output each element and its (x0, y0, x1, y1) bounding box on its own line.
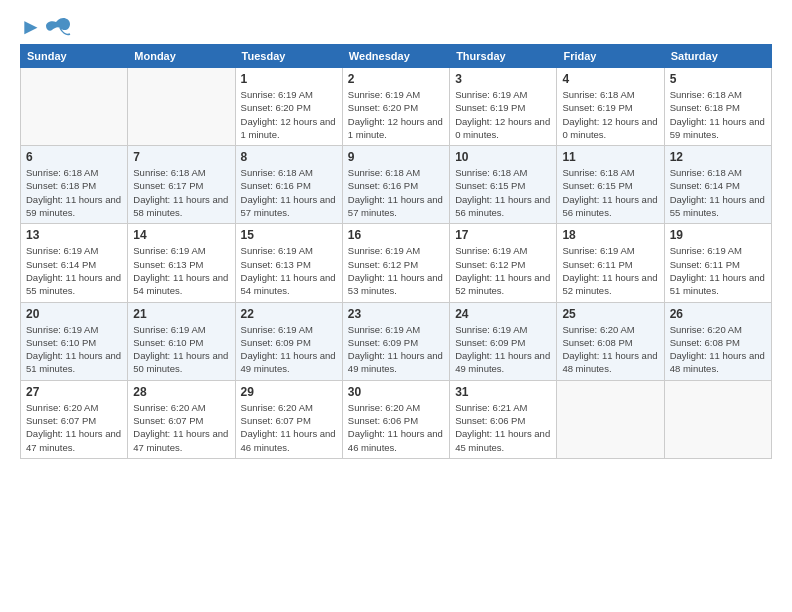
day-cell: 15Sunrise: 6:19 AMSunset: 6:13 PMDayligh… (235, 224, 342, 302)
day-number: 2 (348, 72, 444, 86)
day-number: 7 (133, 150, 229, 164)
day-info: Sunrise: 6:21 AMSunset: 6:06 PMDaylight:… (455, 401, 551, 454)
day-number: 24 (455, 307, 551, 321)
calendar-table: SundayMondayTuesdayWednesdayThursdayFrid… (20, 44, 772, 459)
logo: ► (20, 16, 72, 34)
day-number: 11 (562, 150, 658, 164)
day-info: Sunrise: 6:18 AMSunset: 6:16 PMDaylight:… (241, 166, 337, 219)
day-cell: 9Sunrise: 6:18 AMSunset: 6:16 PMDaylight… (342, 146, 449, 224)
day-cell: 2Sunrise: 6:19 AMSunset: 6:20 PMDaylight… (342, 68, 449, 146)
day-cell: 25Sunrise: 6:20 AMSunset: 6:08 PMDayligh… (557, 302, 664, 380)
day-cell: 12Sunrise: 6:18 AMSunset: 6:14 PMDayligh… (664, 146, 771, 224)
day-info: Sunrise: 6:18 AMSunset: 6:18 PMDaylight:… (26, 166, 122, 219)
calendar-page: ► SundayMondayTuesdayWednesdayThursdayFr… (0, 0, 792, 612)
day-cell: 1Sunrise: 6:19 AMSunset: 6:20 PMDaylight… (235, 68, 342, 146)
day-info: Sunrise: 6:20 AMSunset: 6:06 PMDaylight:… (348, 401, 444, 454)
weekday-header-row: SundayMondayTuesdayWednesdayThursdayFrid… (21, 45, 772, 68)
day-cell: 3Sunrise: 6:19 AMSunset: 6:19 PMDaylight… (450, 68, 557, 146)
day-info: Sunrise: 6:20 AMSunset: 6:07 PMDaylight:… (241, 401, 337, 454)
day-number: 21 (133, 307, 229, 321)
day-number: 3 (455, 72, 551, 86)
day-info: Sunrise: 6:19 AMSunset: 6:12 PMDaylight:… (455, 244, 551, 297)
day-info: Sunrise: 6:19 AMSunset: 6:20 PMDaylight:… (241, 88, 337, 141)
day-info: Sunrise: 6:19 AMSunset: 6:10 PMDaylight:… (133, 323, 229, 376)
day-cell: 17Sunrise: 6:19 AMSunset: 6:12 PMDayligh… (450, 224, 557, 302)
day-cell: 6Sunrise: 6:18 AMSunset: 6:18 PMDaylight… (21, 146, 128, 224)
day-info: Sunrise: 6:18 AMSunset: 6:16 PMDaylight:… (348, 166, 444, 219)
day-cell: 5Sunrise: 6:18 AMSunset: 6:18 PMDaylight… (664, 68, 771, 146)
day-info: Sunrise: 6:19 AMSunset: 6:13 PMDaylight:… (241, 244, 337, 297)
day-cell: 4Sunrise: 6:18 AMSunset: 6:19 PMDaylight… (557, 68, 664, 146)
day-number: 8 (241, 150, 337, 164)
day-info: Sunrise: 6:19 AMSunset: 6:11 PMDaylight:… (562, 244, 658, 297)
day-number: 4 (562, 72, 658, 86)
day-info: Sunrise: 6:19 AMSunset: 6:11 PMDaylight:… (670, 244, 766, 297)
weekday-header-wednesday: Wednesday (342, 45, 449, 68)
weekday-header-saturday: Saturday (664, 45, 771, 68)
week-row-4: 20Sunrise: 6:19 AMSunset: 6:10 PMDayligh… (21, 302, 772, 380)
day-info: Sunrise: 6:18 AMSunset: 6:15 PMDaylight:… (562, 166, 658, 219)
day-number: 9 (348, 150, 444, 164)
day-cell: 8Sunrise: 6:18 AMSunset: 6:16 PMDaylight… (235, 146, 342, 224)
day-info: Sunrise: 6:19 AMSunset: 6:12 PMDaylight:… (348, 244, 444, 297)
day-cell: 30Sunrise: 6:20 AMSunset: 6:06 PMDayligh… (342, 380, 449, 458)
day-cell: 26Sunrise: 6:20 AMSunset: 6:08 PMDayligh… (664, 302, 771, 380)
weekday-header-sunday: Sunday (21, 45, 128, 68)
day-number: 29 (241, 385, 337, 399)
day-number: 12 (670, 150, 766, 164)
day-info: Sunrise: 6:19 AMSunset: 6:09 PMDaylight:… (348, 323, 444, 376)
day-cell: 13Sunrise: 6:19 AMSunset: 6:14 PMDayligh… (21, 224, 128, 302)
weekday-header-thursday: Thursday (450, 45, 557, 68)
day-cell: 22Sunrise: 6:19 AMSunset: 6:09 PMDayligh… (235, 302, 342, 380)
day-cell: 29Sunrise: 6:20 AMSunset: 6:07 PMDayligh… (235, 380, 342, 458)
day-number: 15 (241, 228, 337, 242)
day-cell: 31Sunrise: 6:21 AMSunset: 6:06 PMDayligh… (450, 380, 557, 458)
day-info: Sunrise: 6:19 AMSunset: 6:09 PMDaylight:… (455, 323, 551, 376)
day-cell (128, 68, 235, 146)
day-number: 31 (455, 385, 551, 399)
day-info: Sunrise: 6:20 AMSunset: 6:07 PMDaylight:… (133, 401, 229, 454)
day-info: Sunrise: 6:18 AMSunset: 6:19 PMDaylight:… (562, 88, 658, 141)
day-info: Sunrise: 6:19 AMSunset: 6:10 PMDaylight:… (26, 323, 122, 376)
day-number: 14 (133, 228, 229, 242)
day-info: Sunrise: 6:20 AMSunset: 6:08 PMDaylight:… (562, 323, 658, 376)
day-number: 28 (133, 385, 229, 399)
day-cell: 11Sunrise: 6:18 AMSunset: 6:15 PMDayligh… (557, 146, 664, 224)
day-cell: 24Sunrise: 6:19 AMSunset: 6:09 PMDayligh… (450, 302, 557, 380)
day-cell: 27Sunrise: 6:20 AMSunset: 6:07 PMDayligh… (21, 380, 128, 458)
week-row-3: 13Sunrise: 6:19 AMSunset: 6:14 PMDayligh… (21, 224, 772, 302)
day-cell: 19Sunrise: 6:19 AMSunset: 6:11 PMDayligh… (664, 224, 771, 302)
day-cell (557, 380, 664, 458)
day-info: Sunrise: 6:19 AMSunset: 6:09 PMDaylight:… (241, 323, 337, 376)
day-number: 17 (455, 228, 551, 242)
day-cell: 10Sunrise: 6:18 AMSunset: 6:15 PMDayligh… (450, 146, 557, 224)
day-number: 18 (562, 228, 658, 242)
day-cell: 28Sunrise: 6:20 AMSunset: 6:07 PMDayligh… (128, 380, 235, 458)
day-number: 30 (348, 385, 444, 399)
weekday-header-friday: Friday (557, 45, 664, 68)
day-number: 16 (348, 228, 444, 242)
day-info: Sunrise: 6:19 AMSunset: 6:19 PMDaylight:… (455, 88, 551, 141)
day-cell: 7Sunrise: 6:18 AMSunset: 6:17 PMDaylight… (128, 146, 235, 224)
day-info: Sunrise: 6:18 AMSunset: 6:14 PMDaylight:… (670, 166, 766, 219)
day-number: 20 (26, 307, 122, 321)
day-cell (21, 68, 128, 146)
day-info: Sunrise: 6:18 AMSunset: 6:18 PMDaylight:… (670, 88, 766, 141)
day-info: Sunrise: 6:20 AMSunset: 6:08 PMDaylight:… (670, 323, 766, 376)
day-info: Sunrise: 6:19 AMSunset: 6:20 PMDaylight:… (348, 88, 444, 141)
week-row-1: 1Sunrise: 6:19 AMSunset: 6:20 PMDaylight… (21, 68, 772, 146)
day-cell (664, 380, 771, 458)
day-number: 13 (26, 228, 122, 242)
day-info: Sunrise: 6:18 AMSunset: 6:17 PMDaylight:… (133, 166, 229, 219)
day-cell: 21Sunrise: 6:19 AMSunset: 6:10 PMDayligh… (128, 302, 235, 380)
day-info: Sunrise: 6:19 AMSunset: 6:13 PMDaylight:… (133, 244, 229, 297)
day-number: 25 (562, 307, 658, 321)
day-number: 27 (26, 385, 122, 399)
day-cell: 14Sunrise: 6:19 AMSunset: 6:13 PMDayligh… (128, 224, 235, 302)
week-row-2: 6Sunrise: 6:18 AMSunset: 6:18 PMDaylight… (21, 146, 772, 224)
weekday-header-tuesday: Tuesday (235, 45, 342, 68)
week-row-5: 27Sunrise: 6:20 AMSunset: 6:07 PMDayligh… (21, 380, 772, 458)
day-number: 22 (241, 307, 337, 321)
day-info: Sunrise: 6:20 AMSunset: 6:07 PMDaylight:… (26, 401, 122, 454)
logo-text: ► (20, 16, 42, 38)
